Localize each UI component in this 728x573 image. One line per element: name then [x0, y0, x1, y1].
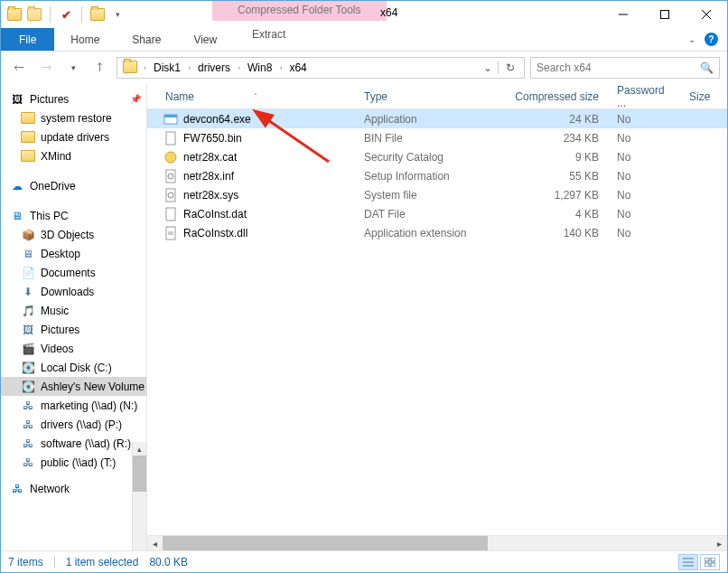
file-size: 9 KB [499, 151, 608, 164]
search-input[interactable]: Search x64 🔍 [530, 57, 720, 79]
share-tab[interactable]: Share [116, 28, 177, 51]
horizontal-scrollbar[interactable]: ◂ ▸ [147, 535, 727, 550]
file-list-pane: Name˄ Type Compressed size Password ... … [147, 84, 727, 550]
svg-rect-18 [705, 558, 709, 561]
scroll-right-icon[interactable]: ▸ [712, 539, 727, 549]
refresh-button[interactable]: ↻ [498, 61, 522, 74]
properties-icon[interactable] [26, 6, 42, 23]
file-row[interactable]: netr28x.catSecurity Catalog9 KBNo [147, 147, 727, 166]
breadcrumb-bar[interactable]: › Disk1 › drivers › Win8 › x64 ⌄ ↻ [117, 57, 525, 79]
file-row[interactable]: devcon64.exeApplication24 KBNo [147, 109, 727, 128]
home-tab[interactable]: Home [54, 28, 116, 51]
nav-pc-item[interactable]: 🖧drivers (\\ad) (P:) [1, 415, 146, 434]
nav-pc-item[interactable]: 📦3D Objects [1, 225, 146, 244]
file-row[interactable]: FW7650.binBIN File234 KBNo [147, 128, 727, 147]
file-tab[interactable]: File [1, 28, 54, 51]
file-list[interactable]: devcon64.exeApplication24 KBNoFW7650.bin… [147, 109, 727, 535]
onedrive-icon: ☁ [10, 179, 24, 193]
file-password: No [608, 208, 680, 221]
qat-dropdown-icon[interactable]: ▾ [109, 6, 126, 23]
quick-access-pictures[interactable]: 🖼 Pictures 📌 [1, 89, 146, 108]
help-icon[interactable]: ? [705, 33, 718, 46]
navigation-pane[interactable]: 🖼 Pictures 📌 system restore update drive… [1, 84, 147, 550]
chevron-right-icon[interactable]: › [276, 63, 285, 72]
nav-this-pc[interactable]: 🖥This PC [1, 206, 146, 225]
collapse-ribbon-icon[interactable]: ⌄ [688, 34, 695, 44]
column-size[interactable]: Size [680, 90, 727, 103]
maximize-button[interactable] [644, 2, 686, 28]
nav-pc-item[interactable]: 🖧marketing (\\ad) (N:) [1, 396, 146, 415]
network-icon: 🖧 [10, 482, 24, 496]
file-icon [163, 188, 178, 202]
nav-pc-item[interactable]: 🎬Videos [1, 339, 146, 358]
breadcrumb-item[interactable]: Win8 [243, 58, 276, 78]
view-tab[interactable]: View [177, 28, 233, 51]
folder-icon [21, 131, 35, 143]
scrollbar-thumb[interactable] [133, 456, 146, 492]
nav-folder[interactable]: system restore [1, 108, 146, 127]
nav-scrollbar[interactable]: ▴ [132, 442, 146, 550]
details-view-button[interactable] [678, 554, 698, 570]
nav-folder[interactable]: XMind [1, 146, 146, 165]
nav-pc-item[interactable]: 🖧public (\\ad) (T:) [1, 453, 146, 472]
scroll-left-icon[interactable]: ◂ [147, 539, 163, 549]
chevron-right-icon[interactable]: › [141, 63, 149, 72]
nav-pc-item[interactable]: 💽Local Disk (C:) [1, 358, 146, 377]
svg-rect-20 [705, 563, 709, 567]
minimize-button[interactable] [602, 2, 644, 28]
svg-rect-19 [711, 558, 715, 561]
forward-button[interactable]: 🡒 [35, 57, 57, 79]
file-row[interactable]: netr28x.sysSystem file1,297 KBNo [147, 185, 727, 204]
chevron-right-icon[interactable]: › [235, 63, 243, 72]
address-dropdown[interactable]: ⌄ [478, 61, 498, 74]
file-row[interactable]: RaCoInst.datDAT File4 KBNo [147, 204, 727, 223]
nav-pc-item[interactable]: 💽Ashley's New Volume [1, 377, 146, 396]
sort-indicator-icon: ˄ [254, 92, 257, 100]
nav-onedrive[interactable]: ☁OneDrive [1, 176, 146, 195]
breadcrumb-item[interactable]: drivers [193, 58, 235, 78]
column-password[interactable]: Password ... [608, 84, 680, 109]
column-name[interactable]: Name˄ [147, 90, 355, 103]
doc-icon: 📄 [21, 266, 35, 280]
nav-pc-item[interactable]: 🖧software (\\ad) (R:) [1, 434, 146, 453]
net-icon: 🖧 [21, 437, 35, 451]
nav-pc-item[interactable]: 🖼Pictures [1, 320, 146, 339]
search-icon[interactable]: 🔍 [700, 61, 714, 74]
new-folder-icon[interactable] [89, 6, 106, 23]
search-placeholder: Search x64 [537, 61, 592, 74]
back-button[interactable]: 🡐 [8, 57, 30, 79]
desktop-icon: 🖥 [21, 247, 35, 261]
nav-folder[interactable]: update drivers [1, 127, 146, 146]
file-password: No [608, 151, 680, 164]
file-row[interactable]: netr28x.infSetup Information55 KBNo [147, 166, 727, 185]
nav-pc-item[interactable]: ⬇Downloads [1, 282, 146, 301]
net-icon: 🖧 [21, 418, 35, 432]
down-icon: ⬇ [21, 285, 35, 299]
breadcrumb-item[interactable]: x64 [285, 58, 311, 78]
nav-pc-item[interactable]: 🎵Music [1, 301, 146, 320]
extract-tab[interactable]: Extract [236, 28, 302, 41]
nav-network[interactable]: 🖧Network [1, 479, 146, 498]
file-name: netr28x.sys [183, 189, 238, 202]
nav-pc-item[interactable]: 📄Documents [1, 263, 146, 282]
vid-icon: 🎬 [21, 342, 35, 356]
checkmark-icon[interactable]: ✔ [58, 6, 74, 23]
column-type[interactable]: Type [355, 90, 499, 103]
chevron-right-icon[interactable]: › [185, 63, 193, 72]
column-compressed-size[interactable]: Compressed size [499, 90, 608, 103]
recent-dropdown[interactable]: ▾ [62, 57, 84, 79]
svg-rect-1 [661, 11, 669, 19]
close-button[interactable] [686, 2, 727, 28]
up-button[interactable]: 🡑 [89, 57, 111, 79]
scrollbar-thumb[interactable] [163, 536, 488, 550]
thumbnails-view-button[interactable] [700, 554, 720, 570]
file-row[interactable]: RaCoInstx.dllApplication extension140 KB… [147, 223, 727, 242]
file-password: No [608, 189, 680, 202]
svg-rect-5 [164, 115, 177, 117]
file-icon [163, 150, 178, 164]
file-type: Application extension [355, 227, 499, 240]
breadcrumb-item[interactable]: Disk1 [149, 58, 185, 78]
column-headers: Name˄ Type Compressed size Password ... … [147, 84, 727, 109]
ribbon: File Home Share View Extract ⌄ ? [1, 28, 727, 52]
nav-pc-item[interactable]: 🖥Desktop [1, 244, 146, 263]
